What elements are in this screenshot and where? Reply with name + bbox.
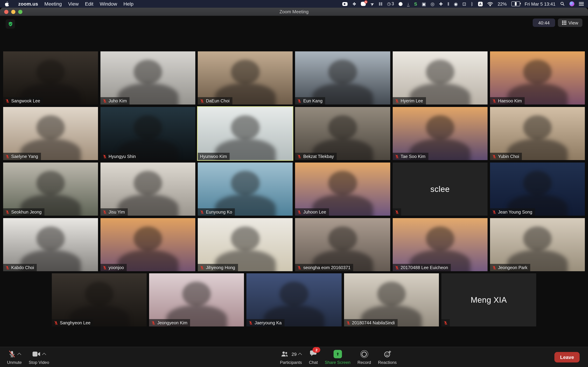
reactions-button[interactable]: Reactions — [374, 347, 400, 367]
participant-tile[interactable]: Eun Kang — [295, 51, 390, 105]
menu-meeting[interactable]: Meeting — [41, 1, 65, 7]
spotlight-search-icon[interactable] — [560, 1, 565, 6]
participant-tile[interactable]: DaEun Choi — [198, 51, 293, 105]
menu-window[interactable]: Window — [97, 1, 121, 7]
participant-tile[interactable]: seongha eom 20160371 — [295, 218, 390, 271]
leave-button[interactable]: Leave — [554, 352, 579, 362]
muted-mic-icon — [395, 99, 399, 103]
health-icon[interactable]: ✚ — [439, 1, 443, 6]
apple-menu-icon[interactable] — [4, 1, 9, 7]
participant-tile[interactable]: Juho Kim — [100, 51, 195, 105]
menu-zoom-us[interactable]: zoom.us — [15, 1, 41, 7]
participant-tile[interactable]: Tae Soo Kim — [392, 107, 487, 160]
view-button-label: View — [568, 20, 578, 25]
participant-tile[interactable]: Kabdo Choi — [3, 218, 98, 271]
privacy-icon[interactable]: ◎ — [431, 1, 434, 6]
clock-tasks-icon[interactable]: ◷3 — [387, 2, 394, 6]
notifications-icon[interactable]: N — [361, 2, 366, 6]
participant-tile[interactable]: Hyungyu Shin — [100, 107, 195, 160]
screen-mirroring-icon[interactable]: ⊡ — [462, 1, 466, 6]
participant-tile[interactable]: Saelyne Yang — [3, 107, 98, 160]
participant-name-label: Eun Kang — [303, 98, 322, 103]
location-icon[interactable]: ➤ — [369, 1, 375, 7]
stop-video-button[interactable]: Stop Video — [25, 347, 53, 367]
participant-name-chip: 20170488 Lee Euicheon — [392, 264, 451, 271]
accessibility-icon[interactable]: ◉ — [454, 1, 458, 6]
participant-tile[interactable]: Meng XIA — [441, 273, 536, 326]
participant-tile[interactable]: sclee — [392, 163, 487, 216]
record-button[interactable]: Record — [354, 347, 374, 367]
participant-name-label: Jisu Yim — [109, 209, 125, 214]
participant-tile[interactable]: Jeongeon Park — [490, 218, 585, 271]
video-camera-icon — [32, 350, 41, 358]
menu-edit[interactable]: Edit — [82, 1, 96, 7]
chat-button[interactable]: 2 Chat — [305, 347, 321, 367]
share-screen-button[interactable]: Share Screen — [321, 347, 354, 367]
screen-record-icon[interactable] — [343, 2, 348, 6]
chat-unread-badge: 2 — [312, 347, 320, 353]
participant-tile[interactable]: Jihyeong Hong — [198, 218, 293, 271]
unmute-button[interactable]: Unmute — [3, 347, 25, 367]
muted-mic-icon — [103, 154, 107, 158]
close-window-button[interactable] — [4, 10, 9, 14]
participant-tile[interactable]: Yubin Choi — [490, 107, 585, 160]
download-icon[interactable]: ↓ — [407, 1, 409, 6]
participant-name-label: Jeongyeon Kim — [157, 320, 187, 325]
participant-grid-bottom-row: Sanghyeon Lee Jeongyeon Kim Jaeryoung Ka — [52, 273, 536, 326]
dropbox-icon[interactable]: ❖ — [352, 1, 356, 6]
participant-name-chip: Hyerim Lee — [392, 97, 426, 105]
bluetooth-icon[interactable]: ᛒ — [471, 1, 474, 6]
wifi-icon[interactable] — [487, 1, 493, 6]
participant-tile[interactable]: Jean Young Song — [490, 163, 585, 216]
participant-tile[interactable]: Juhoon Lee — [295, 163, 390, 216]
view-button[interactable]: View — [558, 18, 582, 27]
participants-caret[interactable] — [298, 353, 302, 357]
displays-icon[interactable]: ‖ — [448, 1, 450, 6]
participants-button[interactable]: 29 Participants — [277, 347, 305, 367]
participant-name-chip: Kabdo Choi — [3, 264, 37, 271]
participant-name-chip: Eunyoung Ko — [198, 208, 235, 216]
minimize-window-button[interactable] — [11, 10, 15, 14]
participant-tile[interactable]: Eunyoung Ko — [198, 163, 293, 216]
participant-tile[interactable]: 20170488 Lee Euicheon — [392, 218, 487, 271]
participant-tile[interactable]: Jeongyeon Kim — [149, 273, 244, 326]
unmute-options-caret[interactable] — [17, 353, 21, 357]
participant-tile[interactable]: Bekzat Tilekbay — [295, 107, 390, 160]
muted-mic-icon — [249, 321, 253, 325]
muted-mic-icon — [346, 321, 350, 325]
video-options-caret[interactable] — [42, 353, 46, 357]
participant-name-label: Haesoo Kim — [498, 98, 522, 103]
participant-tile[interactable]: Jaeryoung Ka — [247, 273, 341, 326]
control-center-icon[interactable] — [579, 2, 584, 6]
window-manager-icon[interactable]: ▣ — [422, 1, 426, 6]
participant-display-name — [392, 107, 487, 160]
muted-mic-icon — [492, 266, 496, 270]
menubar-clock[interactable]: Fri Mar 5 13:41 — [525, 1, 555, 7]
input-source-icon[interactable]: A — [478, 1, 483, 6]
participant-display-name — [52, 273, 147, 326]
audio-levels-icon[interactable]: ‖‖ — [379, 1, 382, 6]
battery-icon[interactable] — [511, 1, 520, 6]
participant-display-name — [100, 107, 195, 160]
participant-tile[interactable]: Sangwook Lee — [3, 51, 98, 105]
participant-tile[interactable]: 20180744 NabilaSindi — [344, 273, 439, 326]
backup-icon[interactable] — [398, 2, 402, 6]
participant-tile[interactable]: Hyunwoo Kim — [198, 107, 293, 160]
participant-name-label: Jihyeong Hong — [206, 265, 235, 270]
unmute-label: Unmute — [7, 360, 22, 365]
siri-icon[interactable] — [570, 1, 574, 6]
participant-name-chip: Seokhun Jeong — [3, 208, 44, 216]
menu-view[interactable]: View — [65, 1, 82, 7]
participant-tile[interactable]: yoonjoo — [100, 218, 195, 271]
fullscreen-window-button[interactable] — [18, 10, 22, 14]
participant-tile[interactable]: Sanghyeon Lee — [52, 273, 147, 326]
security-shield-button[interactable] — [6, 19, 15, 29]
participant-tile[interactable]: Haesoo Kim — [490, 51, 585, 105]
menu-help[interactable]: Help — [120, 1, 137, 7]
participant-tile[interactable]: Hyerim Lee — [392, 51, 487, 105]
participant-name-chip: Hyungyu Shin — [100, 153, 138, 160]
participant-name-chip: Bekzat Tilekbay — [295, 153, 337, 160]
participant-tile[interactable]: Jisu Yim — [100, 163, 195, 216]
stats-icon[interactable]: S — [414, 1, 417, 6]
participant-tile[interactable]: Seokhun Jeong — [3, 163, 98, 216]
